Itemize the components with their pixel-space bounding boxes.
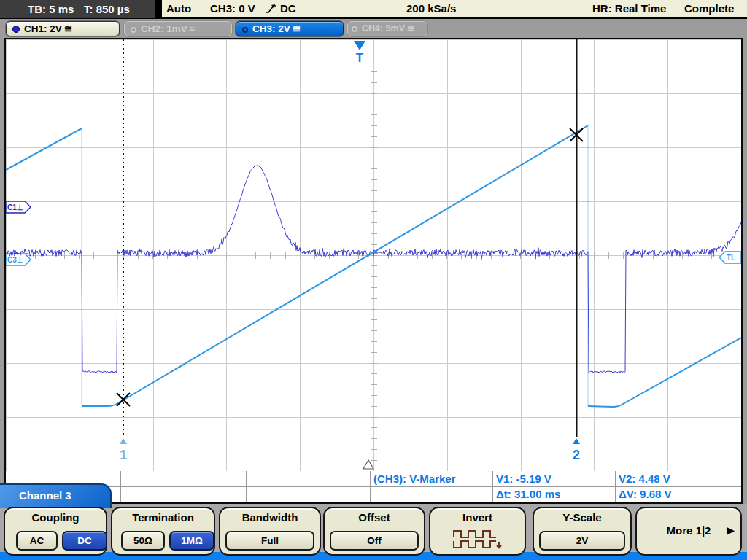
svg-text:TL: TL bbox=[727, 254, 735, 262]
rising-edge-icon bbox=[265, 4, 277, 14]
softkey-offset: Offset Off bbox=[323, 507, 425, 556]
delta-t-readout: Δt: 31.00 ms bbox=[492, 486, 560, 502]
softkey-yscale: Y-Scale 2V bbox=[533, 507, 632, 556]
svg-text:1: 1 bbox=[120, 448, 127, 462]
channel-button-row: CH1: 2V≅ CH2: 1mV≈ CH3: 2V≅ CH4: 5mV≅ bbox=[0, 19, 747, 38]
waveform-area: C1⊥C3⊥12TTL bbox=[6, 39, 741, 471]
menu-tab-label: Channel 3 bbox=[19, 489, 71, 502]
channel3-coupling-icon: ≅ bbox=[293, 23, 301, 34]
offset-title: Offset bbox=[325, 511, 424, 524]
measurement-bar: (CH3): V-Marker V1: -5.19 V V2: 4.48 V Δ… bbox=[6, 471, 741, 502]
trigger-time-readout: T: 850 µs bbox=[84, 0, 130, 18]
coupling-ac-button[interactable]: AC bbox=[16, 531, 58, 551]
timebase-readout: TB: 5 ms bbox=[28, 0, 74, 18]
channel2-button[interactable]: CH2: 1mV≈ bbox=[124, 21, 232, 36]
channel4-button[interactable]: CH4: 5mV≅ bbox=[347, 21, 427, 36]
channel1-label: CH1: 2V bbox=[24, 23, 62, 34]
coupling-title: Coupling bbox=[5, 511, 106, 524]
channel3-button[interactable]: CH3: 2V≅ bbox=[236, 21, 344, 36]
trigger-source: CH3: 0 V bbox=[210, 0, 255, 18]
channel1-coupling-icon: ≅ bbox=[64, 23, 72, 34]
termination-1mohm-button[interactable]: 1MΩ bbox=[169, 531, 214, 551]
svg-text:2: 2 bbox=[573, 448, 580, 462]
trigger-coupling: DC bbox=[280, 0, 296, 18]
menu-tab-channel3[interactable]: Channel 3 bbox=[0, 483, 112, 508]
channel3-label: CH3: 2V bbox=[252, 23, 290, 34]
coupling-dc-button[interactable]: DC bbox=[62, 531, 107, 551]
timebase-status-panel: TB: 5 ms T: 850 µs bbox=[0, 0, 155, 18]
termination-50ohm-button[interactable]: 50Ω bbox=[121, 531, 165, 551]
ch1-reference-flag: C1⊥ bbox=[6, 201, 31, 213]
ch3-trace bbox=[6, 128, 82, 170]
channel2-label: CH2: 1mV bbox=[141, 23, 187, 34]
channel4-label: CH4: 5mV bbox=[362, 23, 405, 34]
termination-title: Termination bbox=[112, 511, 214, 524]
marker-mode-readout: (CH3): V-Marker bbox=[370, 471, 456, 486]
channel4-coupling-icon: ≅ bbox=[407, 23, 414, 34]
channel2-indicator-icon bbox=[131, 27, 136, 33]
trigger-level-flag[interactable]: TL bbox=[719, 252, 741, 263]
more-arrow-icon: ▶ bbox=[727, 524, 735, 536]
v1-readout: V1: -5.19 V bbox=[492, 471, 551, 486]
softkey-bandwidth: Bandwidth Full bbox=[219, 507, 321, 556]
yscale-2v-button[interactable]: 2V bbox=[539, 531, 625, 551]
offset-off-button[interactable]: Off bbox=[330, 531, 419, 551]
channel4-indicator-icon bbox=[352, 26, 357, 32]
softkey-invert[interactable]: Invert bbox=[429, 507, 526, 556]
acquisition-status: Complete bbox=[684, 0, 734, 18]
channel1-indicator-icon bbox=[12, 26, 20, 33]
time-reference-marker bbox=[363, 460, 374, 469]
trigger-position-marker[interactable]: T bbox=[354, 41, 365, 65]
svg-text:C1⊥: C1⊥ bbox=[7, 203, 23, 211]
svg-text:T: T bbox=[356, 51, 364, 65]
channel2-coupling-icon: ≈ bbox=[190, 23, 195, 34]
bandwidth-title: Bandwidth bbox=[220, 511, 320, 524]
bandwidth-full-button[interactable]: Full bbox=[225, 531, 314, 551]
softkey-more[interactable]: More 1|2 ▶ bbox=[635, 507, 742, 556]
yscale-title: Y-Scale bbox=[534, 511, 630, 524]
channel3-indicator-icon bbox=[242, 27, 248, 33]
invert-title: Invert bbox=[430, 511, 525, 524]
invert-waveform-icon bbox=[452, 527, 506, 553]
oscilloscope-screen: TB: 5 ms T: 850 µs Auto CH3: 0 V DC 200 … bbox=[0, 0, 747, 560]
channel1-button[interactable]: CH1: 2V≅ bbox=[6, 21, 120, 36]
acquisition-mode: HR: Real Time bbox=[592, 0, 666, 18]
delta-v-readout: ΔV: 9.68 V bbox=[615, 486, 672, 502]
sample-rate: 200 kSa/s bbox=[406, 0, 456, 18]
ch3-trace bbox=[588, 338, 741, 407]
more-label: More 1|2 bbox=[637, 524, 740, 537]
softkey-termination: Termination 50Ω 1MΩ bbox=[111, 507, 215, 556]
trigger-mode: Auto bbox=[166, 0, 191, 18]
trigger-status-panel: Auto CH3: 0 V DC 200 kSa/s HR: Real Time… bbox=[162, 0, 747, 18]
waveform-plot: C1⊥C3⊥12TTL bbox=[6, 39, 741, 471]
ch3-trace bbox=[82, 125, 588, 406]
svg-text:C3⊥: C3⊥ bbox=[7, 256, 23, 264]
v2-readout: V2: 4.48 V bbox=[615, 471, 670, 486]
softkey-coupling: Coupling AC DC bbox=[4, 507, 107, 556]
